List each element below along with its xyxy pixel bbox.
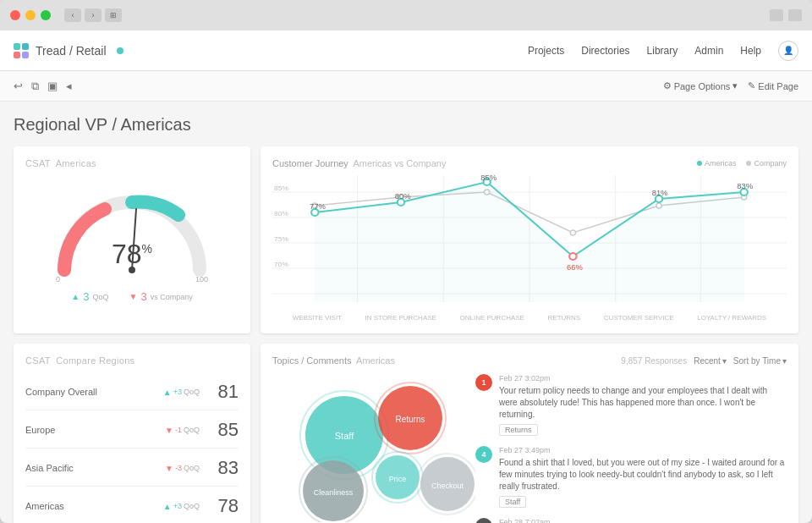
down-arrow-icon-1: ▼ (165, 426, 173, 435)
copy-icon[interactable]: ⧉ (31, 80, 39, 93)
topics-bubbles: Staff Returns Cleanliness (272, 374, 467, 518)
nav-projects[interactable]: Projects (528, 45, 564, 57)
journey-title: Customer Journey Americas vs Company (272, 158, 446, 168)
nav-admin[interactable]: Admin (694, 45, 723, 57)
compare-row-2: Asia Pacific ▼ -3 QoQ 83 (25, 450, 239, 487)
forward-button[interactable]: › (85, 8, 102, 22)
comment-avatar-2: 8 (475, 518, 492, 523)
x-label-2: ONLINE PURCHASE (459, 314, 524, 322)
legend-americas: Americas (697, 159, 737, 168)
x-label-3: RETURNS (548, 314, 581, 322)
comment-meta-1: Feb 27 3:49pm (499, 446, 787, 454)
svg-text:85%: 85% (480, 175, 497, 182)
window-ctrl-2[interactable] (788, 9, 802, 21)
app-logo[interactable]: Tread / Retail (14, 43, 123, 58)
svg-text:Returns: Returns (395, 415, 425, 424)
down-arrow-icon-2: ▼ (165, 464, 173, 473)
toolbar: ↩ ⧉ ▣ ◂ ⚙ Page Options ▾ ✎ Edit Page (0, 71, 812, 102)
topics-card: Topics / Comments Americas 9,857 Respons… (261, 344, 798, 523)
window-controls (770, 9, 802, 21)
topics-header: Topics / Comments Americas 9,857 Respons… (272, 355, 787, 366)
maximize-button[interactable] (41, 10, 51, 20)
legend-company: Company (746, 159, 787, 168)
metric-company: ▼ 3 vs Company (129, 290, 192, 303)
compare-name-1: Europe (25, 425, 165, 435)
compare-score-1: 85 (208, 419, 239, 441)
comment-item-0: 1 Feb 27 3:02pm Your return policy needs… (475, 374, 787, 436)
settings-icon[interactable]: ◂ (66, 80, 72, 92)
top-nav: Projects Directories Library Admin Help … (528, 41, 798, 61)
nav-library[interactable]: Library (647, 45, 678, 57)
metric2-value: 3 (140, 290, 146, 303)
window-ctrl-1[interactable] (770, 9, 783, 21)
comment-item-1: 4 Feb 27 3:49pm Found a shirt that I lov… (475, 446, 787, 508)
minimize-button[interactable] (25, 10, 36, 20)
recent-button[interactable]: Recent ▾ (694, 356, 727, 366)
x-axis-labels: WEBSITE VISIT IN STORE PURCHASE ONLINE P… (272, 314, 787, 322)
comment-tag-1[interactable]: Staff (499, 496, 526, 508)
compare-change-0: ▲ +3 QoQ (163, 388, 200, 397)
gauge-container: 78% 0 100 ▲ 3 QoQ (25, 177, 239, 308)
up-arrow-icon-3: ▲ (163, 502, 172, 511)
app-logo-text: Tread / Retail (36, 44, 107, 58)
csat-card: CSAT Americas (14, 146, 250, 333)
compare-name-0: Company Overall (25, 387, 163, 397)
user-avatar[interactable]: 👤 (778, 41, 798, 61)
compare-row-3: Americas ▲ +3 QoQ 78 (25, 488, 239, 523)
svg-point-25 (569, 253, 576, 260)
save-icon[interactable]: ▣ (47, 80, 58, 92)
comment-avatar-0: 1 (475, 374, 492, 391)
toolbar-icons: ↩ ⧉ ▣ ◂ (14, 80, 72, 93)
nav-directories[interactable]: Directories (581, 45, 629, 57)
edit-page-button[interactable]: ✎ Edit Page (748, 80, 798, 91)
compare-card: CSAT Compare Regions Company Overall ▲ +… (14, 344, 250, 523)
x-label-4: CUSTOMER SERVICE (604, 314, 674, 322)
compare-row-1: Europe ▼ -1 QoQ 85 (25, 412, 239, 449)
x-label-1: IN STORE PURCHASE (365, 314, 436, 322)
topics-responses: 9,857 Responses (621, 356, 687, 366)
compare-score-0: 81 (208, 381, 239, 403)
svg-text:81%: 81% (652, 189, 668, 197)
metric-qoq: ▲ 3 QoQ (71, 290, 108, 303)
svg-text:Checkout: Checkout (431, 482, 464, 490)
sort-button[interactable]: Sort by Time ▾ (733, 356, 787, 366)
chevron-down-icon: ▾ (722, 356, 727, 366)
back-button[interactable]: ‹ (64, 8, 81, 22)
up-arrow-icon-0: ▲ (163, 388, 172, 397)
dashboard-grid: CSAT Americas (14, 146, 798, 523)
title-bar: ‹ › ⊞ (0, 0, 812, 30)
traffic-lights (10, 10, 51, 20)
svg-text:70%: 70% (274, 261, 288, 268)
comment-meta-0: Feb 27 3:02pm (499, 374, 787, 383)
edit-page-label: Edit Page (758, 81, 798, 91)
compare-score-3: 78 (208, 495, 239, 517)
undo-icon[interactable]: ↩ (14, 80, 23, 92)
comment-text-1: Found a shirt that I loved, but you were… (499, 457, 787, 493)
x-label-0: WEBSITE VISIT (293, 314, 342, 322)
compare-change-2: ▼ -3 QoQ (165, 464, 200, 473)
metric1-value: 3 (83, 290, 89, 303)
page-content: Regional VP / Americas CSAT Americas (0, 102, 812, 523)
toolbar-right: ⚙ Page Options ▾ ✎ Edit Page (663, 80, 798, 91)
svg-text:77%: 77% (310, 202, 326, 211)
metric2-label: vs Company (151, 293, 193, 301)
gauge-value: 78% (112, 239, 152, 270)
topics-body: Staff Returns Cleanliness (272, 374, 787, 523)
comment-item-2: 8 Feb 28 7:02am Everything is easy to fi… (475, 518, 787, 523)
comment-avatar-1: 4 (475, 446, 492, 463)
compare-name-3: Americas (25, 501, 163, 511)
journey-legend: Americas Company (697, 159, 787, 168)
grid-view-button[interactable]: ⊞ (105, 8, 122, 22)
page-title: Regional VP / Americas (14, 115, 798, 135)
status-dot (117, 47, 123, 54)
close-button[interactable] (10, 10, 20, 20)
comment-tag-0[interactable]: Returns (499, 424, 538, 436)
x-label-5: LOYALTY / REWARDS (697, 314, 766, 322)
compare-row-0: Company Overall ▲ +3 QoQ 81 (25, 374, 239, 410)
csat-title: CSAT Americas (25, 158, 239, 168)
journey-svg: 85% 80% 75% 70% (272, 175, 787, 311)
page-options-button[interactable]: ⚙ Page Options ▾ (663, 80, 738, 91)
nav-help[interactable]: Help (740, 45, 761, 57)
logo-icon (14, 43, 29, 58)
topics-controls: Recent ▾ Sort by Time ▾ (694, 356, 787, 366)
